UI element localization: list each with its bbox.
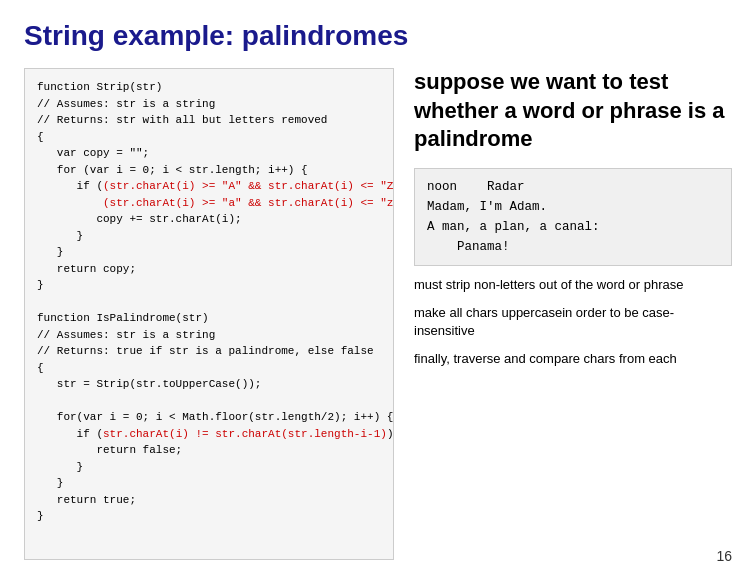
code-line-10: } (37, 230, 83, 242)
code-line-21: return false; (37, 444, 182, 456)
slide-title: String example: palindromes (24, 20, 732, 52)
content-area: function Strip(str) // Assumes: str is a… (24, 68, 732, 560)
slide: String example: palindromes function Str… (0, 0, 756, 576)
code-line-14: function IsPalindrome(str) (37, 312, 209, 324)
code-line-18: str = Strip(str.toUpperCase()); (37, 378, 261, 390)
examples-text: noon RadarMadam, I'm Adam.A man, a plan,… (427, 180, 600, 254)
code-line-5: var copy = ""; (37, 147, 149, 159)
note-2: make all chars uppercasein order to be c… (414, 304, 732, 340)
code-line-6: for (var i = 0; i < str.length; i++) { (37, 164, 308, 176)
code-line-19: for(var i = 0; i < Math.floor(str.length… (37, 411, 393, 423)
code-line-2: // Assumes: str is a string (37, 98, 215, 110)
code-line-7: if ((str.charAt(i) >= "A" && str.charAt(… (37, 180, 394, 192)
note-1: must strip non-letters out of the word o… (414, 276, 732, 294)
right-panel: suppose we want to test whether a word o… (414, 68, 732, 560)
code-line-13: } (37, 279, 44, 291)
code-line-25: } (37, 510, 44, 522)
code-line-17: { (37, 362, 44, 374)
code-line-4: { (37, 131, 44, 143)
code-line-12: return copy; (37, 263, 136, 275)
note-3: finally, traverse and compare chars from… (414, 350, 732, 368)
code-line-22: } (37, 461, 83, 473)
code-panel: function Strip(str) // Assumes: str is a… (24, 68, 394, 560)
code-line-23: } (37, 477, 63, 489)
code-line-20: if (str.charAt(i) != str.charAt(str.leng… (37, 428, 394, 440)
code-line-8: (str.charAt(i) >= "a" && str.charAt(i) <… (37, 197, 394, 209)
code-line-3: // Returns: str with all but letters rem… (37, 114, 327, 126)
page-number: 16 (716, 548, 732, 564)
code-line-1: function Strip(str) (37, 81, 162, 93)
code-line-16: // Returns: true if str is a palindrome,… (37, 345, 374, 357)
code-line-15: // Assumes: str is a string (37, 329, 215, 341)
examples-box: noon RadarMadam, I'm Adam.A man, a plan,… (414, 168, 732, 266)
code-line-24: return true; (37, 494, 136, 506)
intro-text: suppose we want to test whether a word o… (414, 68, 732, 154)
code-line-11: } (37, 246, 63, 258)
code-line-9: copy += str.charAt(i); (37, 213, 242, 225)
